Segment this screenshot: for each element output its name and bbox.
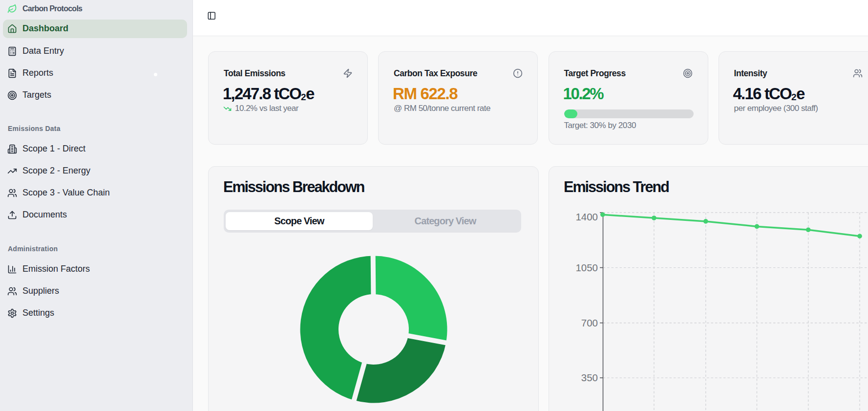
svg-text:350: 350 (581, 372, 598, 383)
svg-text:1050: 1050 (575, 262, 598, 273)
svg-text:700: 700 (581, 317, 598, 328)
svg-text:1400: 1400 (575, 211, 598, 222)
